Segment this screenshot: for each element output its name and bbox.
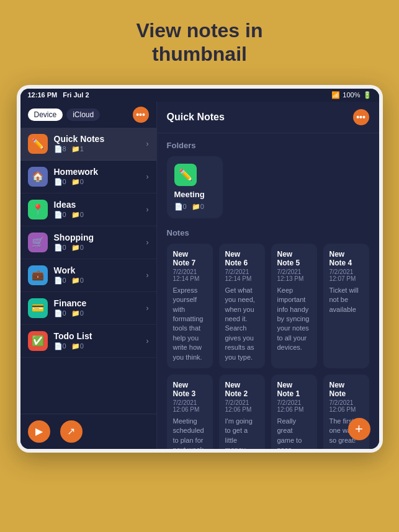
notes-grid: New Note 7 7/2/2021 12:14 PM Express you… xyxy=(167,244,369,449)
note-5-title: New Note 5 xyxy=(277,250,311,267)
homework-meta: 📄0 📁0 xyxy=(54,178,146,186)
todo-folders: 📁0 xyxy=(71,342,84,350)
sidebar-item-work[interactable]: 💼 Work 📄0 📁0 › xyxy=(20,259,156,292)
finance-chevron: › xyxy=(146,304,149,313)
note-card-6[interactable]: New Note 6 7/2/2021 12:14 PM Get what yo… xyxy=(219,244,265,368)
work-icon: 💼 xyxy=(28,265,48,285)
sidebar-item-quick-notes[interactable]: ✏️ Quick Notes 📄8 📁1 › xyxy=(20,128,156,161)
note-card-5[interactable]: New Note 5 7/2/2021 12:13 PM Keep import… xyxy=(271,244,317,368)
ideas-chevron: › xyxy=(146,205,149,214)
shopping-meta: 📄0 📁0 xyxy=(54,244,146,252)
meeting-notes-count: 📄0 xyxy=(174,203,187,211)
export-button[interactable]: ↗ xyxy=(60,420,83,443)
main-panel-title: Quick Notes xyxy=(167,112,225,123)
battery-icon: 🔋 xyxy=(363,91,372,99)
battery-label: 100% xyxy=(343,91,360,99)
note-5-date: 7/2/2021 12:13 PM xyxy=(277,268,311,282)
sidebar-item-shopping[interactable]: 🛒 Shopping 📄0 📁0 › xyxy=(20,226,156,259)
homework-folders: 📁0 xyxy=(71,178,84,186)
quick-notes-folders: 📁1 xyxy=(71,145,84,153)
note-4-body: Ticket will not be available xyxy=(330,286,363,314)
finance-icon: 💳 xyxy=(28,298,48,318)
note-5-body: Keep important info handy by syncing you… xyxy=(277,286,311,353)
main-header: Quick Notes ••• xyxy=(157,102,379,133)
ideas-folders: 📁0 xyxy=(71,211,84,219)
main-panel: Quick Notes ••• Folders ✏️ Meeting 📄0 � xyxy=(157,102,379,449)
add-note-button[interactable]: + xyxy=(348,418,370,440)
folder-card-meeting[interactable]: ✏️ Meeting 📄0 📁0 xyxy=(167,156,223,218)
ideas-meta: 📄0 📁0 xyxy=(54,211,146,219)
note-card-4[interactable]: New Note 4 7/2/2021 12:07 PM Ticket will… xyxy=(323,244,369,368)
note-6-body: Get what you need, when you need it. Sea… xyxy=(225,286,259,362)
play-button[interactable]: ▶ xyxy=(28,420,50,443)
app-body: Device iCloud ••• ✏️ Quick Notes 📄8 📁1 xyxy=(20,102,379,449)
sidebar-item-todo[interactable]: ✅ Todo List 📄0 📁0 › xyxy=(20,325,156,358)
ideas-count: 📄0 xyxy=(54,211,66,219)
tab-device[interactable]: Device xyxy=(28,109,63,121)
todo-label: Todo List xyxy=(54,331,146,341)
ipad-screen: 12:16 PM Fri Jul 2 📶 100% 🔋 Device iClou… xyxy=(20,89,379,449)
note-3-body: Meeting scheduled to plan for next week … xyxy=(173,417,207,449)
note-card-1[interactable]: New Note 1 7/2/2021 12:06 PM Really grea… xyxy=(271,375,317,449)
note-0-date: 7/2/2021 12:06 PM xyxy=(330,399,363,413)
ideas-label: Ideas xyxy=(54,200,146,210)
sidebar-items-list: ✏️ Quick Notes 📄8 📁1 › 🏠 xyxy=(20,128,156,414)
work-meta: 📄0 📁0 xyxy=(54,277,146,285)
note-6-title: New Note 6 xyxy=(225,250,259,267)
note-3-title: New Note 3 xyxy=(173,381,207,398)
homework-icon: 🏠 xyxy=(28,167,48,187)
finance-meta: 📄0 📁0 xyxy=(54,309,146,317)
notes-section-label: Notes xyxy=(167,228,369,237)
note-7-body: Express yourself with formatting tools t… xyxy=(173,286,207,362)
homework-chevron: › xyxy=(146,172,149,181)
status-bar: 12:16 PM Fri Jul 2 📶 100% 🔋 xyxy=(20,89,379,102)
quick-notes-count: 📄8 xyxy=(54,145,66,153)
sidebar-item-homework[interactable]: 🏠 Homework 📄0 📁0 › xyxy=(20,161,156,193)
note-2-body: I'm going to get a little money xyxy=(225,417,259,449)
meeting-folder-icon: ✏️ xyxy=(174,164,197,186)
note-7-title: New Note 7 xyxy=(173,250,207,267)
note-card-3[interactable]: New Note 3 7/2/2021 12:06 PM Meeting sch… xyxy=(167,375,213,449)
note-0-title: New Note xyxy=(330,381,363,398)
quick-notes-icon: ✏️ xyxy=(28,134,48,154)
main-panel-wrapper: Quick Notes ••• Folders ✏️ Meeting 📄0 � xyxy=(157,102,379,449)
note-card-2[interactable]: New Note 2 7/2/2021 12:06 PM I'm going t… xyxy=(219,375,265,449)
shopping-label: Shopping xyxy=(54,233,146,242)
homework-label: Homework xyxy=(54,167,146,177)
sidebar: Device iCloud ••• ✏️ Quick Notes 📄8 📁1 xyxy=(20,102,157,449)
status-right: 📶 100% 🔋 xyxy=(331,91,371,99)
note-1-title: New Note 1 xyxy=(277,381,311,398)
page-title: View notes inthumbnail xyxy=(137,19,263,66)
work-count: 📄0 xyxy=(54,277,66,285)
shopping-chevron: › xyxy=(146,238,149,247)
note-1-body: Really great game to pass xyxy=(277,417,311,449)
quick-notes-label: Quick Notes xyxy=(54,134,146,144)
sidebar-menu-button[interactable]: ••• xyxy=(133,107,149,123)
sidebar-item-ideas[interactable]: 📍 Ideas 📄0 📁0 › xyxy=(20,193,156,226)
todo-meta: 📄0 📁0 xyxy=(54,342,146,350)
sidebar-tabs: Device iCloud ••• xyxy=(20,102,156,128)
wifi-icon: 📶 xyxy=(331,91,340,99)
ideas-icon: 📍 xyxy=(28,200,48,219)
finance-folders: 📁0 xyxy=(71,309,84,317)
sidebar-item-finance[interactable]: 💳 Finance 📄0 📁0 › xyxy=(20,292,156,325)
shopping-count: 📄0 xyxy=(54,244,66,252)
homework-count: 📄0 xyxy=(54,178,66,186)
shopping-icon: 🛒 xyxy=(28,233,48,252)
note-3-date: 7/2/2021 12:06 PM xyxy=(173,399,207,413)
finance-label: Finance xyxy=(54,298,146,308)
note-4-date: 7/2/2021 12:07 PM xyxy=(330,268,363,282)
meeting-folder-meta: 📄0 📁0 xyxy=(174,203,215,211)
quick-notes-meta: 📄8 📁1 xyxy=(54,145,146,153)
note-card-7[interactable]: New Note 7 7/2/2021 12:14 PM Express you… xyxy=(167,244,213,368)
header-menu-button[interactable]: ••• xyxy=(353,109,369,125)
folders-section-label: Folders xyxy=(167,141,369,150)
work-folders: 📁0 xyxy=(71,277,84,285)
note-7-date: 7/2/2021 12:14 PM xyxy=(173,268,207,282)
todo-count: 📄0 xyxy=(54,342,66,350)
note-2-date: 7/2/2021 12:06 PM xyxy=(225,399,259,413)
todo-icon: ✅ xyxy=(28,331,48,351)
tab-icloud[interactable]: iCloud xyxy=(66,109,100,121)
note-1-date: 7/2/2021 12:06 PM xyxy=(277,399,311,413)
work-label: Work xyxy=(54,265,146,275)
